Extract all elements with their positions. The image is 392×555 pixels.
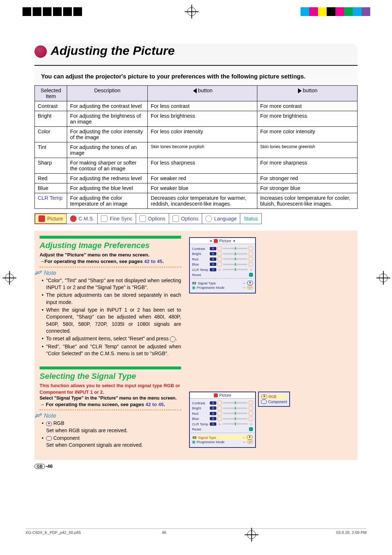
osd-progressive[interactable]: ▣Progressive Mode→3D xyxy=(192,285,253,289)
popup-component[interactable]: Component xyxy=(261,400,287,404)
table-row: TintFor adjusting the tones of an imageS… xyxy=(35,142,358,158)
osd-progressive[interactable]: ▣Progressive Mode→3D xyxy=(192,440,253,444)
cell-item: Contrast xyxy=(35,101,67,111)
cell-left: For less brightness xyxy=(148,111,257,127)
popup-rgb[interactable]: RGB xyxy=(261,394,287,399)
osd-signal-type[interactable]: 📼Signal Type→ xyxy=(192,281,253,285)
sec2-notes: RGBSet when RGB signals are received. Co… xyxy=(40,420,181,449)
cell-right: Skin tones become greenish xyxy=(257,142,357,158)
intro-text: You can adjust the projector's picture t… xyxy=(34,72,358,80)
cell-right: Increases color temperature for cooler, … xyxy=(257,193,357,209)
th-right-button: button xyxy=(257,86,357,101)
slider-min-icon xyxy=(217,417,222,421)
title-bullet-icon xyxy=(34,45,47,58)
cell-desc: For adjusting the contrast level xyxy=(67,101,148,111)
slider-max-icon xyxy=(249,252,253,256)
slider-min-icon xyxy=(217,401,222,405)
registration-color-bar xyxy=(301,7,370,16)
sec2-instr1: Select "Signal Type" in the "Picture" me… xyxy=(40,395,181,401)
osd-slider-row[interactable]: Bright0 xyxy=(192,251,253,256)
osd-reset[interactable]: Reset xyxy=(192,427,253,432)
slider-max-icon xyxy=(249,257,253,261)
footer-page: 46 xyxy=(162,530,166,538)
language-icon xyxy=(205,215,212,222)
component-symbol-icon xyxy=(261,400,267,404)
menu-tab-strip: Picture C.M.S. Fine Sync Options Options… xyxy=(34,213,262,224)
page-link[interactable]: 42 to 45 xyxy=(144,259,162,264)
cell-right: For more brightness xyxy=(257,111,357,127)
tab-picture[interactable]: Picture xyxy=(34,213,67,224)
cell-right: For more color intensity xyxy=(257,127,357,142)
cell-left: For less contrast xyxy=(148,101,257,111)
osd-slider-row[interactable]: Red0 xyxy=(192,257,253,262)
slider-max-icon xyxy=(249,401,253,405)
table-row: RedFor adjusting the redness levelFor we… xyxy=(35,174,358,183)
note-item: When the signal type in INPUT 1 or 2 has… xyxy=(42,307,181,335)
registration-target-bottom xyxy=(247,530,255,538)
table-row: SharpFor making sharper or softer the co… xyxy=(35,158,358,174)
sec2-instr2: → For operating the menu screen, see pag… xyxy=(40,401,181,408)
osd-signal-type-selected[interactable]: 📼Signal Type→ xyxy=(192,435,253,439)
picture-icon xyxy=(38,215,45,222)
page-link[interactable]: 42 to 45 xyxy=(146,402,164,407)
table-row: BrightFor adjusting the brightness of an… xyxy=(35,111,358,127)
note-item: The picture adjustments can be stored se… xyxy=(42,292,181,306)
slider-max-icon xyxy=(249,262,253,267)
tab-options2[interactable]: Options xyxy=(169,214,202,224)
osd-slider-row[interactable]: Bright0 xyxy=(192,406,253,410)
note-label: Note xyxy=(34,413,181,419)
cell-item: Sharp xyxy=(35,158,67,174)
rgb-symbol-icon xyxy=(247,435,253,439)
footer-filename: XG-C60X_E_PDF_p42_50.p65 xyxy=(25,530,81,538)
enter-icon xyxy=(249,273,253,277)
cell-left: For weaker red xyxy=(148,174,257,183)
content-panel: Adjusting Image Preferences Adjust the "… xyxy=(34,231,358,459)
cell-desc: For adjusting the color temperature of a… xyxy=(67,193,148,209)
slider-max-icon xyxy=(249,417,253,421)
page-title: Adjusting the Picture xyxy=(50,44,175,58)
osd-slider-row[interactable]: Blue0 xyxy=(192,262,253,267)
slider-max-icon xyxy=(249,411,253,416)
picture-icon xyxy=(214,393,218,397)
tab-language[interactable]: Language xyxy=(202,214,240,224)
page-content: Adjusting the Picture You can adjust the… xyxy=(34,44,358,530)
tab-cms[interactable]: C.M.S. xyxy=(67,214,98,224)
tab-options1[interactable]: Options xyxy=(136,214,169,224)
finesync-icon xyxy=(101,215,107,222)
printer-crop-marks-top xyxy=(22,7,370,16)
table-row: ContrastFor adjusting the contrast level… xyxy=(35,101,358,111)
osd-slider-row[interactable]: Red0 xyxy=(192,411,253,416)
osd-slider-row[interactable]: Contrast0 xyxy=(192,246,253,251)
registration-target-left xyxy=(5,274,13,281)
dotted-rule xyxy=(40,267,181,268)
tab-status[interactable]: Status xyxy=(240,214,261,224)
cell-desc: For adjusting the blue level xyxy=(67,183,148,193)
note-item: "Red", "Blue" and "CLR Temp" cannot be a… xyxy=(42,343,181,357)
osd-picture-menu-1: ✦Picture✦ Contrast0Bright0Red0Blue0CLR T… xyxy=(189,237,256,293)
th-item: Selected Item xyxy=(35,86,67,101)
osd-slider-row[interactable]: CLR Temp0♨♨ xyxy=(192,422,253,426)
note-hand-icon xyxy=(34,413,42,419)
options-icon xyxy=(172,215,179,222)
cell-left: Skin tones become purplish xyxy=(148,142,257,158)
rgb-symbol-icon xyxy=(247,281,253,285)
osd-slider-row[interactable]: Contrast0 xyxy=(192,401,253,405)
triangle-right-icon xyxy=(298,88,302,93)
component-symbol-icon xyxy=(46,436,52,441)
cool-icon: ♨ xyxy=(249,422,253,426)
note-label: Note xyxy=(34,270,181,276)
osd-header: ✦Picture✦ xyxy=(190,238,255,244)
cell-desc: For adjusting the color intensity of the… xyxy=(67,127,148,142)
tab-finesync[interactable]: Fine Sync xyxy=(98,214,136,224)
section-title-signal: Selecting the Signal Type xyxy=(40,372,181,381)
cool-icon: ♨ xyxy=(249,268,253,272)
osd-slider-row[interactable]: Blue0 xyxy=(192,416,253,421)
osd-reset[interactable]: Reset xyxy=(192,272,253,277)
slider-min-icon xyxy=(217,411,222,416)
cell-desc: For making sharper or softer the contour… xyxy=(67,158,148,174)
cell-item: Blue xyxy=(35,183,67,193)
osd-slider-row[interactable]: CLR Temp0♨♨ xyxy=(192,267,253,272)
cell-right: For stronger blue xyxy=(257,183,357,193)
print-footer: XG-C60X_E_PDF_p42_50.p65 46 03.8.28, 2:0… xyxy=(25,528,367,538)
registration-squares-left xyxy=(22,7,83,16)
